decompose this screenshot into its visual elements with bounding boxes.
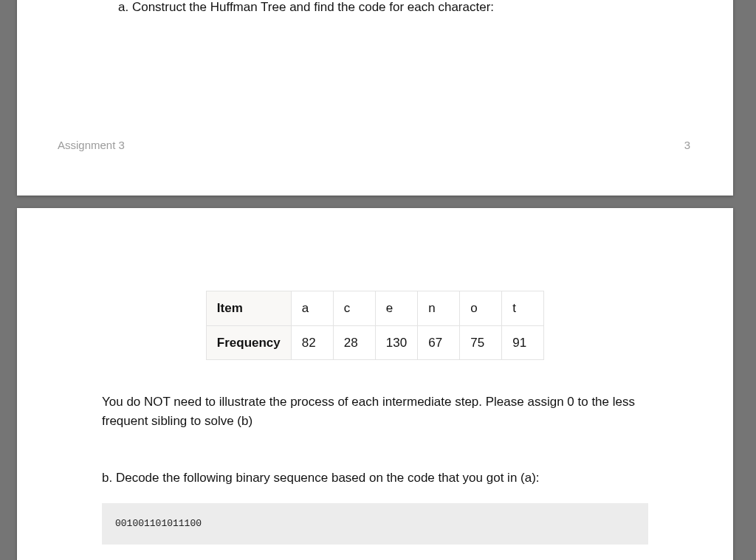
freq-cell: 91: [502, 325, 544, 360]
page-footer-right: 3: [684, 139, 690, 151]
col-header: n: [418, 291, 460, 326]
question-b-text: b. Decode the following binary sequence …: [102, 469, 648, 488]
binary-code-block: 001001101011100: [102, 503, 648, 545]
col-header: c: [333, 291, 375, 326]
table-row: Frequency 82 28 130 67 75 91: [206, 325, 543, 360]
page-footer-left: Assignment 3: [58, 139, 125, 151]
freq-cell: 130: [375, 325, 417, 360]
col-header: e: [375, 291, 417, 326]
instruction-paragraph: You do NOT need to illustrate the proces…: [102, 393, 648, 432]
document-page-2: Item a c e n o t Frequency 82 28 130 67 …: [17, 208, 733, 560]
document-page-1: a. Construct the Huffman Tree and find t…: [17, 0, 733, 196]
freq-cell: 28: [333, 325, 375, 360]
row-label-item: Item: [206, 291, 291, 326]
frequency-table-wrap: Item a c e n o t Frequency 82 28 130 67 …: [102, 291, 648, 360]
col-header: a: [291, 291, 333, 326]
row-label-frequency: Frequency: [206, 325, 291, 360]
freq-cell: 82: [291, 325, 333, 360]
col-header: t: [502, 291, 544, 326]
col-header: o: [460, 291, 502, 326]
freq-cell: 67: [418, 325, 460, 360]
frequency-table: Item a c e n o t Frequency 82 28 130 67 …: [206, 291, 544, 360]
page2-content: Item a c e n o t Frequency 82 28 130 67 …: [17, 291, 733, 545]
table-row: Item a c e n o t: [206, 291, 543, 326]
question-a-text: a. Construct the Huffman Tree and find t…: [118, 0, 494, 15]
freq-cell: 75: [460, 325, 502, 360]
